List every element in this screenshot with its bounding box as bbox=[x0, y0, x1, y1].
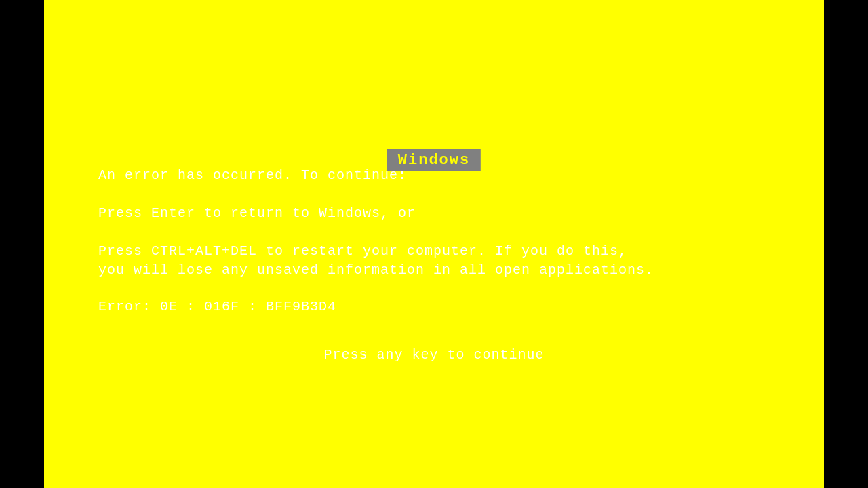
windows-title-badge: Windows bbox=[387, 149, 481, 171]
error-code: Error: 0E : 016F : BFF9B3D4 bbox=[98, 299, 770, 314]
press-any-key-label: Press any key to continue bbox=[98, 347, 770, 363]
error-line-2: Press Enter to return to Windows, or bbox=[98, 204, 770, 223]
bsod-screen: Windows An error has occurred. To contin… bbox=[44, 0, 824, 488]
error-line-3b: you will lose any unsaved information in… bbox=[98, 261, 770, 280]
error-line-3a: Press CTRL+ALT+DEL to restart your compu… bbox=[98, 242, 770, 261]
error-content: An error has occurred. To continue: Pres… bbox=[98, 166, 770, 363]
